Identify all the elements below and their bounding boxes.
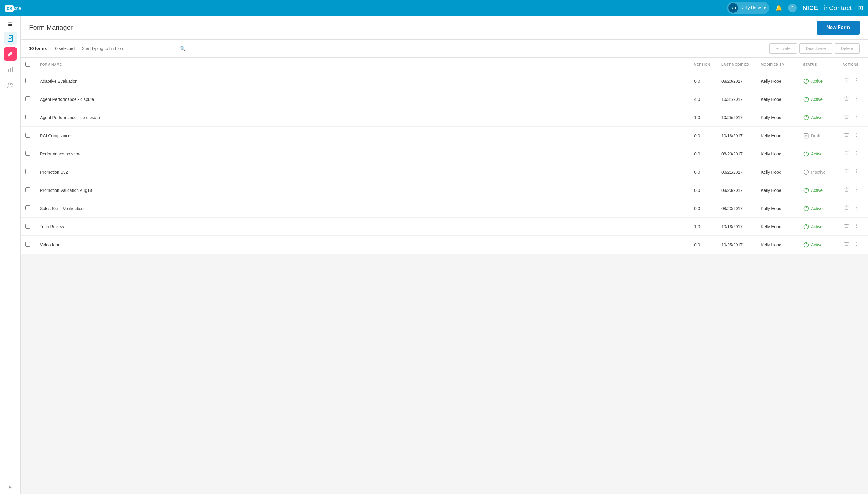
version-cell: 1.0 <box>689 109 716 127</box>
search-icon[interactable]: 🔍 <box>180 46 186 52</box>
trash-icon <box>844 223 849 229</box>
table-body: Adaptive Evaluation0.008/23/2017Kelly Ho… <box>21 72 868 254</box>
modified-by-cell: Kelly Hope <box>756 200 798 217</box>
actions-cell <box>838 145 868 163</box>
more-vertical-icon <box>854 96 860 101</box>
status-cell: Active <box>798 72 838 90</box>
sidebar-hamburger[interactable]: ☰ <box>0 19 20 29</box>
last-modified-cell: 08/21/2017 <box>716 163 756 181</box>
more-options-button[interactable] <box>853 240 861 249</box>
toolbar: 10 forms 0 selected 🔍 Activate Deactivat… <box>21 40 868 58</box>
sidebar-expand-icon[interactable]: ▶ <box>9 485 12 489</box>
delete-row-button[interactable] <box>843 186 850 195</box>
modified-by-cell: Kelly Hope <box>756 236 798 254</box>
user-menu[interactable]: KH Kelly Hope ▾ <box>727 2 769 14</box>
svg-point-11 <box>856 81 857 82</box>
delete-row-button[interactable] <box>843 149 850 158</box>
selected-count: 0 selected <box>55 46 75 51</box>
more-options-button[interactable] <box>853 131 861 140</box>
delete-row-button[interactable] <box>843 76 850 86</box>
row-checkbox[interactable] <box>25 169 30 174</box>
more-options-button[interactable] <box>853 95 861 104</box>
delete-row-button[interactable] <box>843 113 850 122</box>
new-form-button[interactable]: New Form <box>817 21 860 35</box>
version-cell: 0.0 <box>689 163 716 181</box>
delete-row-button[interactable] <box>843 95 850 104</box>
main-content: Form Manager New Form 10 forms 0 selecte… <box>21 16 868 494</box>
table-row: Promotion Validation Aug180.008/23/2017K… <box>21 181 868 200</box>
col-header-last-modified: LAST MODIFIED <box>716 58 756 72</box>
delete-row-button[interactable] <box>843 240 850 249</box>
status-label: Inactive <box>811 170 826 175</box>
dropdown-chevron-icon: ▾ <box>764 5 766 10</box>
activate-button[interactable]: Activate <box>769 43 797 54</box>
row-checkbox[interactable] <box>25 151 30 156</box>
status-cell: Active <box>798 145 838 163</box>
power-on-icon <box>803 115 809 121</box>
top-nav-right: KH Kelly Hope ▾ 🔔 ? NICE · inContact ⊞ <box>727 2 863 14</box>
row-checkbox[interactable] <box>25 115 30 119</box>
sidebar-item-forms[interactable] <box>4 32 17 45</box>
version-cell: 0.0 <box>689 181 716 200</box>
hamburger-icon: ☰ <box>8 22 12 27</box>
delete-row-button[interactable] <box>843 204 850 213</box>
sidebar-item-analytics[interactable] <box>4 63 17 76</box>
nice-incontact-logo: NICE · inContact <box>803 4 852 12</box>
svg-point-20 <box>856 116 857 117</box>
row-checkbox[interactable] <box>25 242 30 247</box>
power-on-icon <box>803 187 809 193</box>
delete-button[interactable]: Delete <box>835 43 860 54</box>
svg-point-41 <box>856 188 857 188</box>
row-checkbox[interactable] <box>25 224 30 229</box>
form-name-cell: Tech Review <box>35 217 689 236</box>
svg-point-38 <box>856 172 857 173</box>
more-options-button[interactable] <box>853 113 861 122</box>
avatar: KH <box>728 3 738 13</box>
status-cell: Active <box>798 90 838 109</box>
more-options-button[interactable] <box>853 222 861 231</box>
row-checkbox[interactable] <box>25 78 30 83</box>
sidebar-item-edit-form[interactable] <box>4 47 17 61</box>
status-cell: Active <box>798 200 838 217</box>
notifications-bell-icon[interactable]: 🔔 <box>775 4 782 11</box>
form-name-cell: Sales Skills Verification <box>35 200 689 217</box>
form-name-cell: Promotion S9Z <box>35 163 689 181</box>
sidebar: ☰ <box>0 16 21 494</box>
more-options-button[interactable] <box>853 149 861 158</box>
sidebar-item-users[interactable] <box>4 79 17 92</box>
deactivate-button[interactable]: Deactivate <box>799 43 832 54</box>
select-all-checkbox[interactable] <box>25 62 30 67</box>
delete-row-button[interactable] <box>843 131 850 140</box>
svg-point-33 <box>856 154 857 155</box>
help-circle-icon[interactable]: ? <box>788 4 796 12</box>
more-options-button[interactable] <box>853 76 861 86</box>
status-label: Active <box>811 206 823 211</box>
row-checkbox[interactable] <box>25 206 30 210</box>
svg-rect-4 <box>12 67 13 72</box>
search-bar: 🔍 <box>79 44 189 53</box>
svg-rect-3 <box>10 68 11 72</box>
status-label: Active <box>811 79 823 84</box>
svg-point-46 <box>856 206 857 206</box>
delete-row-button[interactable] <box>843 167 850 177</box>
form-name-cell: Promotion Validation Aug18 <box>35 181 689 200</box>
more-options-button[interactable] <box>853 186 861 195</box>
more-options-button[interactable] <box>853 204 861 213</box>
more-vertical-icon <box>854 223 860 229</box>
top-nav-left: CXone <box>5 4 21 12</box>
row-checkbox[interactable] <box>25 96 30 101</box>
app-grid-icon[interactable]: ⊞ <box>858 4 863 12</box>
svg-point-47 <box>856 207 857 208</box>
last-modified-cell: 08/23/2017 <box>716 72 756 90</box>
status-label: Active <box>811 97 823 102</box>
row-checkbox[interactable] <box>25 133 30 138</box>
form-name-cell: Agent Performance - no dipsute <box>35 109 689 127</box>
row-checkbox[interactable] <box>25 187 30 192</box>
more-options-button[interactable] <box>853 167 861 177</box>
col-header-modified-by: MODIFIED BY <box>756 58 798 72</box>
actions-cell <box>838 236 868 254</box>
search-input[interactable] <box>82 46 180 51</box>
last-modified-cell: 10/18/2017 <box>716 217 756 236</box>
power-off-icon <box>803 169 809 175</box>
delete-row-button[interactable] <box>843 222 850 231</box>
